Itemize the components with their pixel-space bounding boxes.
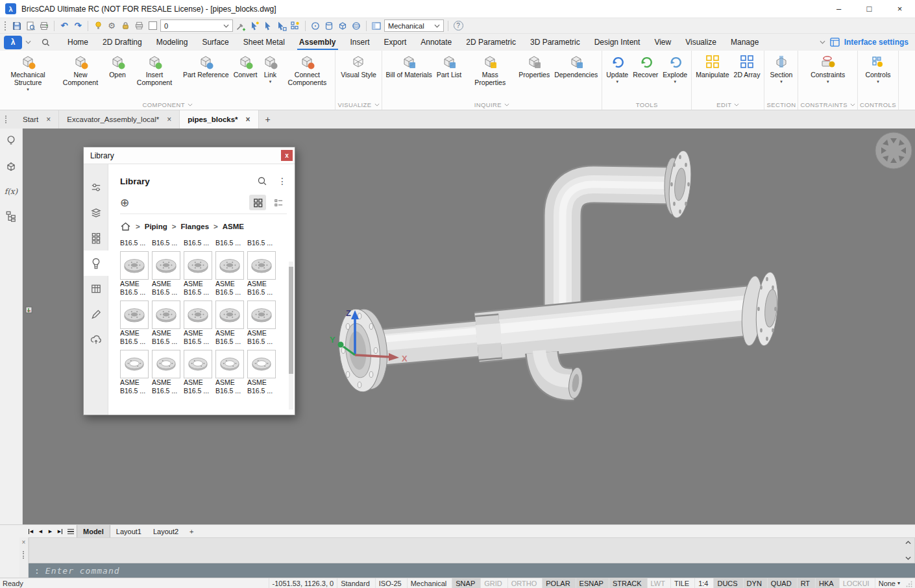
status-toggle[interactable]: QUAD — [767, 578, 797, 588]
status-toggle[interactable]: STRACK — [609, 578, 647, 588]
ribbon-button[interactable]: Mechanical Structure ▾ — [2, 53, 54, 93]
panels-icon[interactable] — [371, 20, 382, 32]
status-toggle[interactable]: Mechanical — [407, 578, 452, 588]
minimize-button[interactable]: – — [824, 0, 854, 18]
ribbon-tab[interactable]: Manage — [724, 34, 766, 51]
scrollbar-thumb[interactable] — [289, 267, 293, 374]
ribbon-tab[interactable]: Assembly — [292, 34, 343, 51]
save-icon[interactable] — [11, 20, 23, 32]
ribbon-group-label[interactable]: SECTION — [766, 100, 796, 110]
ribbon-tab[interactable]: Sheet Metal — [236, 34, 292, 51]
ribbon-button[interactable]: 2D Array — [732, 53, 762, 85]
library-item[interactable]: ASME B16.5 ... — [120, 251, 150, 296]
gear-icon[interactable]: ⚙ — [106, 20, 117, 32]
ribbon-button[interactable]: Part List — [435, 53, 464, 85]
ribbon-button[interactable]: Part Reference — [181, 53, 231, 85]
library-item[interactable]: ASME B16.5 ... — [152, 350, 182, 395]
library-item[interactable]: ASME B16.5 ... — [120, 350, 150, 395]
cube-view-icon[interactable] — [337, 20, 348, 32]
model-viewport[interactable]: Z X Y — [23, 129, 915, 524]
status-toggle[interactable]: 1:4 — [694, 578, 713, 588]
color-swatch[interactable] — [147, 20, 158, 32]
library-item[interactable]: ASME B16.5 ... — [152, 300, 182, 345]
ribbon-button[interactable]: Link ▾ — [260, 53, 280, 85]
resize-grip-icon[interactable] — [903, 578, 914, 588]
ribbon-button[interactable]: Properties — [517, 53, 552, 85]
previous-layout-button[interactable]: ◀ — [36, 525, 45, 537]
status-toggle[interactable]: POLAR — [542, 578, 575, 588]
library-item[interactable]: ASME B16.5 ... — [215, 300, 245, 345]
redo-icon[interactable]: ↷ — [72, 20, 84, 32]
ribbon-tab[interactable]: Insert — [343, 34, 377, 51]
search-icon[interactable] — [41, 38, 51, 47]
ribbon-tab[interactable]: 2D Parametric — [459, 34, 523, 51]
kebab-menu-icon[interactable]: ⋮ — [278, 176, 287, 186]
status-toggle[interactable]: DUCS — [713, 578, 742, 588]
ribbon-button[interactable]: Explode ▾ — [661, 53, 689, 85]
status-toggle[interactable]: RT — [797, 578, 815, 588]
layer-on-lightbulb-icon[interactable] — [92, 20, 104, 32]
coordinates-display[interactable]: -1051.53, 1126.3, 0 — [269, 578, 337, 588]
library-item[interactable]: ASME B16.5 ... — [247, 300, 277, 345]
ribbon-button[interactable]: Connect Components — [281, 53, 333, 93]
close-tab-icon[interactable]: × — [46, 115, 51, 124]
close-command-panel-icon[interactable]: × — [22, 539, 26, 546]
ribbon-button[interactable]: Controls ▾ — [863, 53, 892, 85]
ribbon-tab[interactable]: Annotate — [413, 34, 459, 51]
list-view-toggle[interactable] — [270, 195, 287, 210]
library-item-label[interactable]: B16.5 ... — [152, 239, 182, 247]
lightbulb-panel-icon[interactable] — [5, 135, 17, 147]
layout-tab[interactable]: Model — [77, 525, 110, 537]
document-tab[interactable]: Excavator_Assembly_local* × — [59, 110, 180, 129]
library-balloon-icon[interactable] — [84, 251, 108, 276]
add-library-icon[interactable]: ⊕ — [120, 197, 129, 208]
interface-settings-label[interactable]: Interface settings — [844, 38, 909, 47]
help-icon[interactable]: ? — [452, 20, 464, 32]
close-tab-icon[interactable]: × — [167, 115, 171, 124]
ribbon-tab[interactable]: View — [647, 34, 678, 51]
status-toggle[interactable]: ISO-25 — [375, 578, 407, 588]
library-item[interactable]: ASME B16.5 ... — [152, 251, 182, 296]
grid-view-toggle[interactable] — [249, 195, 266, 210]
status-toggle[interactable]: ESNAP — [576, 578, 609, 588]
ribbon-tab[interactable]: Surface — [195, 34, 236, 51]
lock-icon[interactable] — [119, 20, 131, 32]
ribbon-group-label[interactable]: CONTROLS — [860, 100, 896, 110]
interface-settings-icon[interactable] — [830, 38, 840, 47]
close-panel-button[interactable]: x — [281, 150, 293, 161]
scroll-down-icon[interactable] — [905, 556, 911, 560]
chevron-down-icon[interactable] — [25, 40, 31, 44]
filter-sliders-icon[interactable] — [84, 175, 108, 200]
ribbon-tab[interactable]: Home — [60, 34, 95, 51]
sphere-view-icon[interactable] — [350, 20, 362, 32]
workspace-select[interactable]: Mechanical — [384, 19, 444, 32]
ribbon-button[interactable]: Constraints ▾ — [809, 53, 847, 85]
ribbon-button[interactable]: Mass Properties — [464, 53, 516, 93]
component-cube-icon[interactable] — [5, 161, 17, 173]
ribbon-tab[interactable]: Visualize — [678, 34, 724, 51]
library-panel-titlebar[interactable]: Library x — [84, 147, 295, 164]
status-toggle[interactable]: Standard — [337, 578, 375, 588]
library-item[interactable]: ASME B16.5 ... — [120, 300, 150, 345]
ribbon-button[interactable]: Visual Style — [339, 53, 378, 85]
home-icon[interactable] — [120, 221, 131, 232]
cursor-lightbulb-icon[interactable] — [249, 20, 260, 32]
layout-tab[interactable]: Layout2 — [147, 525, 184, 537]
ribbon-button[interactable]: Insert Component — [128, 53, 180, 93]
status-toggle[interactable]: LOCKUI — [839, 578, 875, 588]
status-toggle[interactable]: TILE — [670, 578, 694, 588]
cloud-upload-icon[interactable] — [84, 326, 108, 352]
library-item[interactable]: ASME B16.5 ... — [247, 350, 277, 395]
library-item[interactable]: ASME B16.5 ... — [184, 350, 214, 395]
cylinder-view-icon[interactable] — [323, 20, 335, 32]
ribbon-button[interactable]: Open — [107, 53, 128, 85]
add-layout-button[interactable]: + — [184, 525, 199, 537]
maximize-button[interactable]: □ — [854, 0, 884, 18]
status-toggle[interactable]: SNAP — [452, 578, 480, 588]
cursor-box-icon[interactable] — [276, 20, 287, 32]
library-item-label[interactable]: B16.5 ... — [120, 239, 150, 247]
layout-tab[interactable]: Layout1 — [110, 525, 147, 537]
ribbon-group-label[interactable]: TOOLS — [604, 100, 689, 110]
library-item-label[interactable]: B16.5 ... — [247, 239, 277, 247]
tabbar-drag-handle[interactable] — [5, 116, 8, 123]
